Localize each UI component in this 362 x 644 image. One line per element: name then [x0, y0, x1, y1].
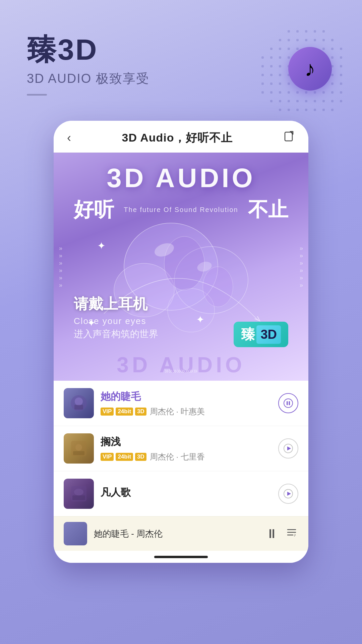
song-play-button-2[interactable]: [278, 438, 298, 459]
now-playing-controls: ⏸ ♪: [265, 526, 298, 541]
now-playing-bar: 她的睫毛 - 周杰伦 ⏸ ♪: [54, 516, 308, 551]
home-bar: [154, 556, 208, 558]
svg-rect-4: [322, 30, 325, 33]
svg-rect-31: [261, 65, 264, 67]
svg-rect-68: [296, 91, 299, 94]
bottom-chevrons: »»»»»»»»: [165, 367, 197, 375]
svg-rect-8: [305, 39, 307, 41]
svg-rect-78: [305, 100, 307, 102]
song-tags-1: VIP 24bit 3D 周杰伦 · 叶惠美: [101, 406, 272, 417]
svg-rect-88: [322, 109, 325, 111]
song-play-button-1[interactable]: [278, 393, 298, 413]
banner-future-text: The future Of Sound Revolution: [124, 206, 238, 214]
song-info-2: 搁浅 VIP 24bit 3D 周杰伦 · 七里香: [101, 435, 272, 462]
song-tags-2: VIP 24bit 3D 周杰伦 · 七里香: [101, 451, 272, 462]
svg-rect-107: [289, 401, 290, 405]
svg-rect-30: [340, 56, 342, 59]
svg-rect-20: [340, 48, 342, 50]
svg-rect-66: [279, 91, 281, 94]
song-thumbnail-3: [64, 479, 94, 509]
tag-3d-1: 3D: [135, 408, 146, 416]
svg-rect-19: [331, 48, 334, 50]
svg-rect-61: [331, 83, 334, 85]
back-button[interactable]: ‹: [67, 131, 71, 145]
song-title-1: 她的睫毛: [101, 390, 272, 404]
svg-rect-69: [305, 91, 307, 94]
svg-rect-110: [73, 451, 84, 455]
svg-rect-7: [296, 39, 299, 41]
svg-rect-23: [279, 56, 281, 59]
svg-point-99: [203, 267, 233, 307]
svg-point-105: [284, 399, 293, 408]
svg-rect-24: [288, 56, 290, 59]
svg-rect-62: [340, 83, 342, 85]
svg-text:♪: ♪: [294, 532, 296, 537]
svg-rect-2: [305, 30, 307, 33]
svg-rect-10: [322, 39, 325, 41]
svg-rect-80: [322, 100, 325, 102]
banner-bottom-section: 请戴上耳机 Close your eyes 进入声音构筑的世界: [74, 294, 158, 340]
banner-close-eyes: Close your eyes: [74, 316, 158, 326]
song-item-2: 搁浅 VIP 24bit 3D 周杰伦 · 七里香: [54, 426, 308, 471]
song-title-2: 搁浅: [101, 435, 272, 449]
left-arrows-decoration: » » » » » »: [59, 245, 62, 288]
sparkle-1: ✦: [97, 240, 106, 252]
tag-vip-2: VIP: [101, 453, 114, 461]
svg-rect-65: [270, 91, 273, 94]
svg-rect-0: [288, 30, 290, 33]
phone-header: ‹ 3D Audio，好听不止: [54, 121, 308, 153]
svg-rect-70: [314, 91, 316, 94]
svg-rect-51: [340, 74, 342, 76]
svg-rect-14: [288, 48, 290, 50]
zhen3d-3d-label: 3D: [256, 325, 281, 344]
svg-rect-15: [296, 48, 299, 50]
page-title: 臻3D: [27, 34, 149, 66]
tag-3d-2: 3D: [135, 453, 146, 461]
svg-rect-73: [340, 91, 342, 94]
svg-marker-117: [287, 492, 291, 496]
svg-rect-5: [279, 39, 281, 41]
song-list: 她的睫毛 VIP 24bit 3D 周杰伦 · 叶惠美: [54, 381, 308, 516]
svg-rect-33: [279, 65, 281, 67]
right-arrows-decoration: » » » » » »: [300, 245, 303, 288]
svg-rect-89: [331, 109, 334, 111]
tag-24bit-2: 24bit: [116, 453, 133, 461]
svg-rect-76: [288, 100, 290, 102]
svg-rect-1: [296, 30, 299, 33]
svg-rect-13: [279, 48, 281, 50]
banner-enter-world: 进入声音构筑的世界: [74, 328, 158, 340]
share-button[interactable]: [284, 131, 295, 145]
now-playing-title: 她的睫毛 - 周杰伦: [94, 528, 259, 540]
svg-marker-112: [287, 446, 291, 450]
song-item-3: 凡人歌: [54, 471, 308, 516]
svg-rect-104: [74, 405, 83, 410]
svg-rect-85: [296, 109, 299, 111]
svg-rect-74: [270, 100, 273, 102]
song-item-1: 她的睫毛 VIP 24bit 3D 周杰伦 · 叶惠美: [54, 381, 308, 426]
svg-rect-53: [261, 83, 264, 85]
song-play-button-3[interactable]: [278, 484, 298, 504]
svg-rect-22: [270, 56, 273, 59]
svg-point-103: [75, 397, 83, 406]
home-indicator: [54, 551, 308, 563]
svg-rect-6: [288, 39, 290, 41]
song-title-3: 凡人歌: [101, 486, 272, 499]
queue-button[interactable]: ♪: [286, 526, 298, 541]
song-info-3: 凡人歌: [101, 486, 272, 502]
tag-vip-1: VIP: [101, 408, 114, 416]
pause-button[interactable]: ⏸: [265, 527, 278, 541]
now-playing-thumbnail: [64, 522, 87, 545]
svg-rect-81: [331, 100, 334, 102]
music-badge: ♪: [288, 47, 332, 91]
svg-rect-82: [340, 100, 342, 102]
svg-rect-64: [261, 91, 264, 94]
svg-rect-11: [331, 39, 334, 41]
svg-rect-56: [288, 83, 290, 85]
svg-rect-83: [279, 109, 281, 111]
zhen3d-badge: 臻 3D: [234, 322, 288, 347]
phone-nav-title: 3D Audio，好听不止: [122, 130, 233, 146]
song-info-1: 她的睫毛 VIP 24bit 3D 周杰伦 · 叶惠美: [101, 390, 272, 417]
now-playing-info: 她的睫毛 - 周杰伦: [94, 528, 259, 540]
song-artist-1: 周杰伦 · 叶惠美: [150, 406, 205, 417]
song-artist-2: 周杰伦 · 七里香: [150, 451, 205, 462]
